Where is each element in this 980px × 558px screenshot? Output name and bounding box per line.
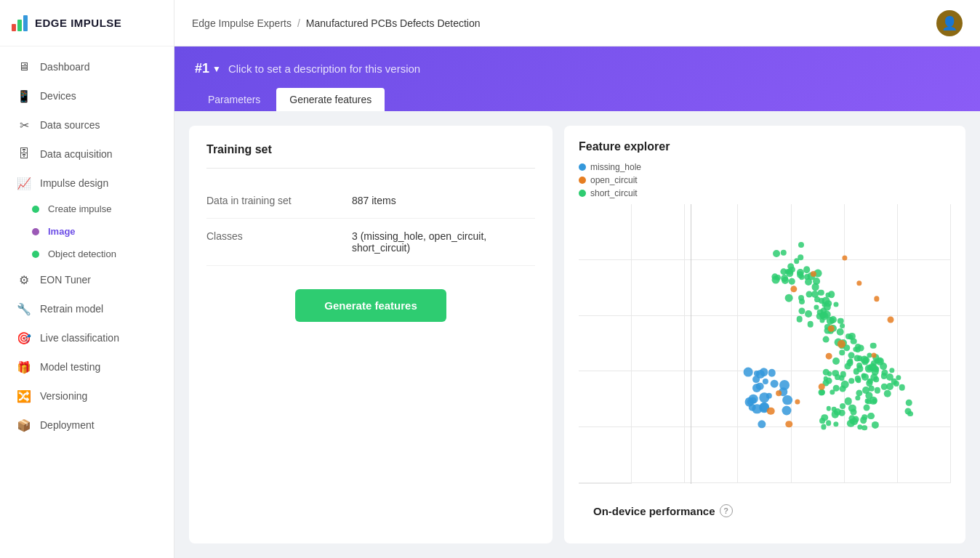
scatter-chart — [579, 204, 951, 484]
sidebar-item-retrain-model[interactable]: 🔧 Retrain model — [0, 294, 174, 323]
sidebar-item-dashboard-label: Dashboard — [40, 61, 90, 73]
retrain-model-icon: 🔧 — [17, 302, 31, 316]
legend-label-short-circuit: short_circuit — [590, 188, 638, 198]
version-dropdown-icon[interactable]: ▼ — [212, 64, 221, 74]
on-device-title: On-device performance ? — [593, 504, 936, 517]
scatter-dot — [826, 352, 832, 359]
scatter-dot — [827, 406, 831, 411]
scatter-dot — [771, 380, 779, 388]
scatter-dot — [744, 368, 753, 377]
scatter-dot — [855, 395, 860, 400]
sidebar-item-object-detection[interactable]: Object detection — [0, 243, 174, 265]
sidebar-item-deployment[interactable]: 📦 Deployment — [0, 411, 174, 440]
scatter-dot — [813, 278, 820, 285]
scatter-dot — [874, 296, 879, 302]
sidebar-item-dashboard[interactable]: 🖥 Dashboard — [0, 52, 174, 81]
breadcrumb-link[interactable]: Edge Impulse Experts — [192, 17, 292, 29]
scatter-dot — [758, 420, 766, 428]
versioning-label: Versioning — [40, 390, 87, 402]
scatter-dot — [798, 242, 804, 248]
version-description[interactable]: Click to set a description for this vers… — [228, 62, 420, 75]
scatter-dot — [773, 251, 780, 258]
sidebar-item-live-classification[interactable]: 🎯 Live classification — [0, 323, 174, 352]
devices-icon: 📱 — [17, 89, 31, 103]
model-testing-label: Model testing — [40, 361, 100, 373]
sidebar: EDGE IMPULSE 🖥 Dashboard 📱 Devices ✂ Dat… — [0, 0, 174, 558]
live-classification-label: Live classification — [40, 332, 119, 344]
create-impulse-label: Create impulse — [48, 203, 111, 214]
scatter-dot — [860, 416, 867, 424]
tab-parameters[interactable]: Parameters — [195, 88, 273, 111]
scatter-dot — [856, 363, 862, 368]
scatter-dot — [888, 317, 894, 323]
logo-icon — [12, 15, 28, 31]
scatter-dot — [832, 370, 839, 377]
scatter-dot — [782, 395, 792, 405]
scatter-dot — [872, 353, 877, 358]
on-device-performance: On-device performance ? — [579, 493, 951, 529]
sidebar-item-versioning[interactable]: 🔀 Versioning — [0, 381, 174, 411]
deployment-icon: 📦 — [17, 418, 31, 432]
scatter-dot — [776, 391, 782, 397]
scatter-dot — [864, 399, 869, 404]
sidebar-item-impulse-design-label: Impulse design — [40, 177, 108, 189]
scatter-dot — [798, 307, 805, 314]
object-detection-dot — [32, 251, 39, 258]
create-impulse-dot — [32, 206, 39, 213]
scatter-dot — [789, 278, 795, 285]
scatter-dot — [851, 338, 857, 344]
scatter-dot — [795, 400, 800, 405]
sidebar-nav: 🖥 Dashboard 📱 Devices ✂ Data sources 🗄 D… — [0, 46, 174, 445]
deployment-label: Deployment — [40, 419, 95, 431]
scatter-dot — [855, 347, 860, 352]
classes-label: Classes — [206, 230, 352, 254]
scatter-dot — [821, 424, 826, 429]
sidebar-item-data-acquisition[interactable]: 🗄 Data acquisition — [0, 140, 174, 169]
scatter-container — [579, 204, 951, 484]
scatter-dot — [833, 302, 838, 307]
scatter-dot — [856, 378, 861, 383]
scatter-dot — [849, 378, 855, 384]
scatter-dot — [883, 389, 891, 397]
scatter-dot — [830, 389, 835, 395]
sidebar-item-devices[interactable]: 📱 Devices — [0, 81, 174, 110]
scatter-dot — [828, 326, 835, 332]
eon-tuner-label: EON Tuner — [40, 274, 91, 286]
data-acquisition-icon: 🗄 — [17, 147, 31, 161]
model-testing-icon: 🎁 — [17, 360, 31, 374]
scatter-dot — [806, 291, 813, 297]
purple-header: #1 ▼ Click to set a description for this… — [174, 46, 980, 111]
scatter-dot — [893, 381, 899, 387]
scatter-dot — [820, 312, 828, 320]
breadcrumb: Edge Impulse Experts / Manufactured PCBs… — [192, 17, 481, 29]
sidebar-item-data-sources[interactable]: ✂ Data sources — [0, 110, 174, 140]
live-classification-icon: 🎯 — [17, 331, 31, 345]
sidebar-item-eon-tuner[interactable]: ⚙ EON Tuner — [0, 265, 174, 294]
scatter-dot — [907, 411, 913, 417]
on-device-help-icon[interactable]: ? — [720, 504, 733, 517]
scatter-dot — [906, 400, 912, 406]
scatter-dot — [837, 328, 845, 336]
sidebar-item-create-impulse[interactable]: Create impulse — [0, 198, 174, 220]
scatter-dot — [823, 369, 830, 376]
user-avatar[interactable]: 👤 — [936, 10, 963, 36]
scatter-dot — [796, 316, 803, 323]
scatter-dot — [872, 398, 877, 403]
sidebar-item-impulse-design[interactable]: 📈 Impulse design — [0, 169, 174, 198]
sidebar-item-devices-label: Devices — [40, 90, 76, 102]
data-in-training-label: Data in training set — [206, 195, 352, 206]
scatter-dot — [781, 249, 787, 255]
tab-generate-features[interactable]: Generate features — [276, 88, 385, 111]
generate-features-button[interactable]: Generate features — [295, 289, 446, 322]
scatter-dot — [861, 425, 867, 431]
scatter-dot — [747, 399, 754, 405]
sidebar-item-model-testing[interactable]: 🎁 Model testing — [0, 352, 174, 381]
scatter-dot — [833, 421, 838, 426]
feature-explorer-card: Feature explorer missing_hole open_circu… — [564, 126, 965, 543]
scatter-dot — [766, 393, 772, 399]
impulse-design-icon: 📈 — [17, 176, 31, 190]
data-sources-icon: ✂ — [17, 118, 31, 132]
sidebar-item-image[interactable]: Image — [0, 220, 174, 243]
legend-label-open-circuit: open_circuit — [590, 175, 638, 185]
legend-dot-missing-hole — [579, 163, 586, 171]
